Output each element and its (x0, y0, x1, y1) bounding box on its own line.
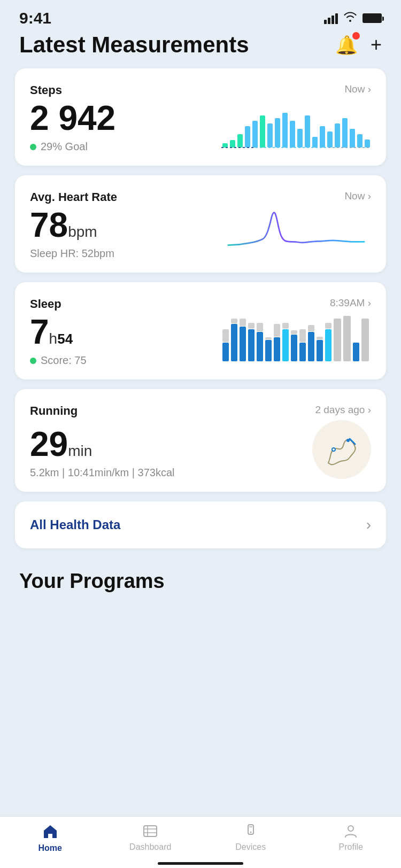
profile-icon (343, 823, 359, 839)
svg-rect-47 (325, 329, 331, 361)
status-time: 9:41 (19, 9, 51, 27)
svg-rect-29 (248, 329, 255, 361)
heart-rate-card: Avg. Heart Rate Now 78bpm Sleep HR: 52bp… (15, 175, 386, 273)
running-map (312, 420, 371, 479)
programs-section-title: Your Programs (0, 557, 401, 593)
wifi-icon (343, 11, 357, 25)
svg-rect-52 (361, 319, 369, 361)
svg-rect-10 (290, 121, 295, 148)
hr-subtitle: Sleep HR: 52bpm (30, 247, 216, 260)
header: Latest Measurements 🔔 + (0, 32, 401, 68)
sleep-score-dot (30, 358, 36, 364)
sleep-time[interactable]: 8:39AM (330, 297, 371, 309)
hr-chart (221, 206, 371, 260)
home-indicator (158, 862, 243, 865)
all-health-data-button[interactable]: All Health Data › (15, 501, 386, 548)
running-title: Running (30, 404, 78, 418)
nav-label-dashboard: Dashboard (129, 842, 171, 852)
svg-line-55 (350, 439, 355, 444)
home-icon (42, 823, 59, 840)
dashboard-icon (142, 823, 158, 839)
svg-rect-36 (274, 324, 280, 337)
signal-icon (324, 12, 338, 24)
svg-rect-3 (237, 134, 243, 148)
all-health-chevron: › (366, 516, 371, 533)
svg-rect-17 (342, 118, 348, 148)
nav-item-profile[interactable]: Profile (301, 823, 402, 853)
svg-rect-14 (320, 126, 325, 148)
nav-label-home: Home (38, 843, 62, 853)
steps-chart (221, 99, 371, 153)
svg-rect-7 (267, 123, 273, 148)
svg-rect-40 (291, 330, 297, 334)
status-bar: 9:41 (0, 0, 401, 32)
steps-time[interactable]: Now (344, 83, 371, 95)
svg-rect-27 (240, 327, 246, 361)
steps-title: Steps (30, 83, 62, 97)
svg-rect-26 (231, 319, 237, 323)
svg-point-62 (250, 832, 251, 833)
svg-rect-6 (260, 115, 265, 148)
running-subtitle: 5.2km | 10:41min/km | 373kcal (30, 467, 312, 479)
svg-rect-41 (299, 343, 306, 361)
steps-value: 2 942 (30, 101, 216, 135)
notification-badge (352, 32, 360, 40)
svg-rect-50 (343, 316, 351, 361)
sleep-chart (221, 313, 371, 367)
svg-rect-57 (144, 826, 157, 836)
add-button[interactable]: + (371, 34, 382, 56)
svg-rect-11 (297, 129, 303, 148)
nav-item-dashboard[interactable]: Dashboard (101, 823, 201, 853)
nav-label-devices: Devices (235, 842, 266, 852)
svg-rect-33 (265, 340, 272, 361)
status-icons (324, 11, 382, 25)
svg-point-54 (333, 448, 335, 451)
svg-rect-24 (222, 329, 229, 342)
svg-rect-16 (335, 123, 340, 148)
svg-rect-8 (275, 118, 280, 148)
running-card: Running 2 days ago 29min 5.2km | 10:41mi… (15, 389, 386, 492)
svg-rect-37 (282, 329, 289, 361)
svg-rect-18 (350, 129, 355, 148)
svg-rect-42 (299, 329, 306, 342)
svg-rect-34 (265, 337, 272, 339)
running-value: 29min (30, 427, 312, 461)
sleep-subtitle: Score: 75 (30, 354, 216, 367)
svg-rect-13 (312, 137, 318, 148)
devices-icon (243, 823, 259, 839)
battery-icon (363, 13, 382, 23)
svg-rect-43 (308, 332, 314, 361)
svg-rect-15 (327, 131, 333, 148)
svg-rect-51 (353, 343, 359, 361)
svg-rect-2 (230, 140, 235, 148)
svg-rect-32 (257, 323, 263, 331)
bottom-nav: Home Dashboard Devices Profile (0, 816, 401, 868)
notification-button[interactable]: 🔔 (335, 34, 358, 56)
svg-rect-49 (334, 319, 341, 361)
nav-item-devices[interactable]: Devices (200, 823, 301, 853)
running-time[interactable]: 2 days ago (315, 404, 371, 416)
svg-rect-46 (317, 337, 323, 339)
svg-rect-31 (257, 332, 263, 361)
sleep-score-text: Score: 75 (41, 354, 87, 367)
svg-rect-19 (357, 134, 363, 148)
header-actions: 🔔 + (335, 34, 382, 56)
svg-rect-23 (222, 343, 229, 361)
hr-time[interactable]: Now (344, 190, 371, 202)
svg-rect-20 (365, 140, 370, 148)
svg-rect-48 (325, 323, 331, 329)
steps-card: Steps Now 2 942 29% Goal (15, 68, 386, 166)
sleep-card: Sleep 8:39AM 7h54 Score: 75 (15, 282, 386, 379)
svg-rect-4 (245, 126, 250, 148)
nav-item-home[interactable]: Home (0, 823, 101, 853)
hr-value: 78bpm (30, 208, 216, 242)
cards-container: Steps Now 2 942 29% Goal (0, 68, 401, 492)
svg-rect-9 (282, 113, 288, 148)
nav-label-profile: Profile (339, 842, 363, 852)
svg-rect-1 (222, 143, 228, 148)
svg-rect-25 (231, 324, 237, 361)
svg-rect-30 (248, 323, 255, 329)
hr-title: Avg. Heart Rate (30, 190, 117, 204)
svg-rect-12 (305, 115, 310, 148)
steps-goal-text: 29% Goal (41, 141, 88, 153)
